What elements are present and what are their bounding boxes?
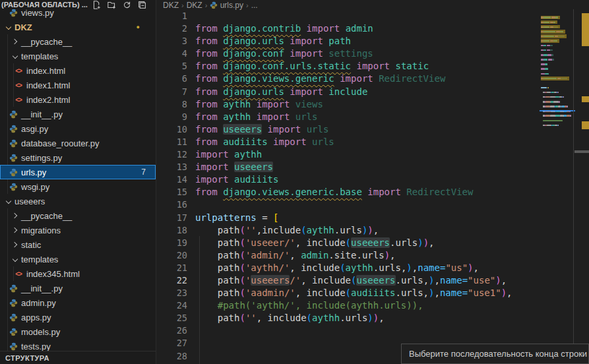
html-file-icon: <> — [13, 67, 24, 75]
code-line[interactable]: 9from aythh import urls — [157, 111, 589, 123]
tree-item--init-py[interactable]: __init__.py — [0, 107, 156, 121]
tree-item-index345-html[interactable]: <>index345.html — [0, 266, 156, 281]
code-line[interactable]: 6from django.views.generic import Redire… — [157, 73, 589, 85]
code-line-text: import aythh — [187, 148, 262, 161]
outline-label: СТРУКТУРА — [5, 354, 49, 362]
line-number: 25 — [157, 312, 187, 324]
tree-item-templates[interactable]: templates — [0, 252, 156, 266]
code-line[interactable]: 20 path('admin/', admin.site.urls), — [157, 249, 589, 262]
line-number: 26 — [157, 324, 187, 337]
code-area[interactable]: 12from django.contrib import admin3from … — [157, 10, 589, 364]
tree-item-models-py[interactable]: models.py — [0, 324, 156, 339]
chevron-right-icon[interactable] — [11, 211, 20, 220]
tree-item-settings-py[interactable]: settings.py — [0, 150, 156, 165]
tree-item-index1-html[interactable]: <>index1.html — [0, 78, 156, 92]
code-line[interactable]: 22 path('useeers/', include(useeers.urls… — [157, 274, 589, 287]
tree-item-static[interactable]: static — [0, 237, 156, 252]
minimap-line — [541, 76, 574, 80]
chevron-down-icon[interactable] — [4, 22, 13, 32]
tree-item-asgi-py[interactable]: asgi.py — [0, 121, 156, 136]
minimap-line — [541, 15, 574, 20]
tree-item-database-roouter-py[interactable]: database_roouter.py — [0, 136, 156, 150]
python-icon — [9, 342, 18, 351]
tree-item-admin-py[interactable]: admin.py — [0, 295, 156, 310]
code-line[interactable]: 13import useeers — [157, 161, 589, 173]
code-line[interactable]: 12import aythh — [157, 148, 589, 161]
new-file-icon[interactable] — [92, 1, 101, 9]
eol-tooltip: Выберите последовательность конца строки — [401, 344, 589, 364]
new-folder-icon[interactable] — [108, 1, 116, 9]
tree-item-apps-py[interactable]: apps.py — [0, 310, 156, 324]
minimap[interactable] — [541, 11, 574, 142]
code-line[interactable]: 19 path('useeer/', include(useeers.urls)… — [157, 237, 589, 249]
code-line[interactable]: 10from useeers import urls — [157, 123, 589, 136]
breadcrumb-item[interactable]: ... — [251, 1, 258, 10]
tree-item-index-html[interactable]: <>index.html — [0, 63, 156, 78]
explorer-section-header[interactable]: (РАБОЧАЯ ОБЛАСТЬ) ... — [0, 0, 156, 9]
chevron-down-icon[interactable] — [11, 255, 20, 264]
chevron-right-icon[interactable] — [11, 240, 20, 249]
code-line[interactable]: 16 — [157, 198, 589, 211]
tree-item-useeers[interactable]: useeers — [0, 194, 156, 208]
code-line-text: path('',include(aythh.urls)), — [187, 224, 379, 237]
code-line-text: from django.views.generic import Redirec… — [187, 73, 445, 85]
tree-item--init-py[interactable]: __init__.py — [0, 281, 156, 295]
minimap-line — [541, 24, 574, 29]
refresh-icon[interactable] — [123, 1, 131, 9]
breadcrumb-item[interactable]: DKZ — [163, 1, 179, 10]
tree-item--pycache-[interactable]: __pycache__ — [0, 34, 156, 49]
code-line[interactable]: 26 — [157, 324, 589, 337]
minimap-warning-highlight — [541, 16, 560, 20]
code-line[interactable]: 7from django.urls import include — [157, 86, 589, 98]
code-line[interactable]: 5from django.conf.urls.static import sta… — [157, 60, 589, 73]
line-number: 4 — [157, 47, 187, 60]
line-number: 19 — [157, 237, 187, 249]
code-line[interactable]: 17urlpatterns = [ — [157, 212, 589, 224]
tree-item-dkz[interactable]: DKZ● — [0, 20, 156, 34]
code-line[interactable]: 4from django.conf import settings — [157, 47, 589, 60]
line-number: 20 — [157, 249, 187, 262]
tree-item-templates[interactable]: templates — [0, 49, 156, 63]
scrollbar[interactable] — [574, 0, 589, 364]
tree-item-urls-py[interactable]: urls.py7 — [0, 165, 156, 179]
explorer-sidebar: views.pyDKZ●__pycache__templates<>index.… — [0, 0, 156, 364]
code-line[interactable]: 23 path('aadmin/', include(audiiits.urls… — [157, 287, 589, 299]
tree-item-migrations[interactable]: migrations — [0, 223, 156, 237]
breadcrumb-item[interactable]: DKZ — [187, 1, 202, 10]
code-line-text: from django.conf.urls.static import stat… — [187, 60, 429, 73]
line-number: 13 — [157, 161, 187, 173]
code-line[interactable]: 8from aythh import views — [157, 98, 589, 111]
line-number: 21 — [157, 262, 187, 274]
breadcrumb-item[interactable]: urls.py — [210, 1, 243, 10]
code-line[interactable]: 1 — [157, 10, 589, 22]
outline-section-header[interactable]: СТРУКТУРА — [0, 351, 156, 364]
code-line[interactable]: 24 #path('aythh/', include(aythh.urls)), — [157, 299, 589, 312]
chevron-right-icon[interactable] — [11, 37, 20, 46]
code-line[interactable]: 11from audiiits import urls — [157, 136, 589, 148]
collapse-all-icon[interactable] — [138, 1, 146, 9]
tree-item-label: index2.html — [26, 95, 70, 105]
tree-item-index2-html[interactable]: <>index2.html — [0, 92, 156, 107]
tree-item-wsgi-py[interactable]: wsgi.py — [0, 179, 156, 194]
tree-item-label: index.html — [26, 66, 65, 76]
code-line[interactable]: 14import audiiits — [157, 173, 589, 186]
code-line[interactable]: 3from django.urls import path — [157, 35, 589, 47]
python-file-icon — [8, 125, 18, 133]
code-line[interactable]: 15from django.views.generic.base import … — [157, 186, 589, 198]
problems-count-badge: 7 — [141, 167, 146, 177]
python-file-icon — [8, 154, 18, 162]
chevron-down-icon[interactable] — [11, 51, 20, 61]
chevron-down-icon[interactable] — [4, 197, 13, 206]
code-line[interactable]: 25 path('', include(aythh.urls)), — [157, 312, 589, 324]
python-icon — [9, 328, 18, 336]
code-line[interactable]: 2from django.contrib import admin — [157, 22, 589, 35]
line-number: 9 — [157, 111, 187, 123]
python-icon — [9, 125, 18, 133]
chevron-right-icon[interactable] — [11, 226, 20, 235]
code-line[interactable]: 21 path('aythh/', include(aythh.urls,),n… — [157, 262, 589, 274]
python-file-icon — [8, 168, 18, 177]
tree-item--pycache-[interactable]: __pycache__ — [0, 208, 156, 223]
line-number: 28 — [157, 350, 187, 363]
code-line[interactable]: 18 path('',include(aythh.urls)), — [157, 224, 589, 237]
minimap-line — [541, 118, 574, 123]
